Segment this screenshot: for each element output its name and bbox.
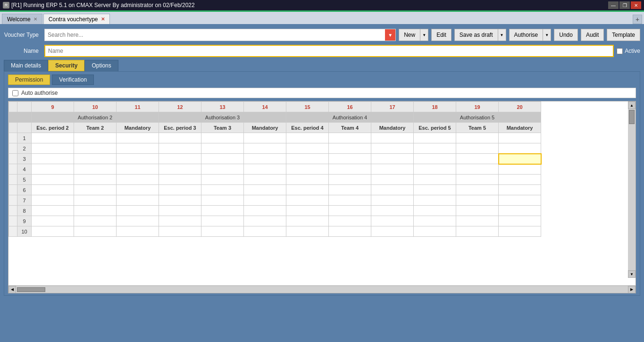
authorise-dropdown-arrow[interactable]: ▼	[543, 29, 551, 41]
data-cell[interactable]	[159, 216, 201, 226]
data-cell[interactable]	[371, 206, 414, 216]
data-cell[interactable]	[74, 133, 117, 143]
data-cell[interactable]	[201, 175, 244, 185]
save-draft-dropdown-arrow[interactable]: ▼	[498, 29, 506, 41]
data-cell[interactable]	[117, 226, 159, 237]
data-cell[interactable]	[414, 143, 456, 154]
data-cell[interactable]	[456, 216, 499, 226]
data-cell[interactable]	[499, 226, 541, 237]
tab-main-details[interactable]: Main details	[4, 60, 48, 71]
data-cell[interactable]	[414, 133, 456, 143]
tab-welcome-close[interactable]: ✕	[33, 17, 37, 22]
data-cell[interactable]	[159, 226, 201, 237]
data-cell[interactable]	[32, 175, 74, 185]
vscrollbar[interactable]: ▲ ▼	[628, 101, 636, 278]
hscroll-right-arrow[interactable]: ▶	[628, 286, 636, 293]
data-cell[interactable]	[32, 143, 74, 154]
auto-authorise-label[interactable]: Auto authorise	[21, 90, 58, 96]
data-cell[interactable]	[456, 133, 499, 143]
sub-tab-verification[interactable]: Verification	[52, 75, 94, 85]
data-cell[interactable]	[201, 226, 244, 237]
data-cell[interactable]	[159, 133, 201, 143]
data-cell[interactable]	[329, 185, 371, 195]
data-cell[interactable]	[117, 195, 159, 206]
data-cell[interactable]	[456, 206, 499, 216]
data-cell[interactable]	[244, 206, 286, 216]
data-cell[interactable]	[32, 195, 74, 206]
active-checkbox-label[interactable]: Active	[617, 48, 640, 54]
data-cell[interactable]	[499, 216, 541, 226]
data-cell[interactable]	[456, 175, 499, 185]
data-cell[interactable]	[456, 143, 499, 154]
data-cell[interactable]	[32, 206, 74, 216]
data-cell[interactable]	[74, 226, 117, 237]
data-cell[interactable]	[456, 154, 499, 164]
data-cell[interactable]	[499, 143, 541, 154]
data-cell[interactable]	[244, 216, 286, 226]
template-button[interactable]: Template	[607, 29, 640, 41]
data-cell[interactable]	[371, 164, 414, 175]
data-cell[interactable]	[74, 195, 117, 206]
data-cell[interactable]	[371, 216, 414, 226]
data-cell[interactable]	[499, 175, 541, 185]
data-cell[interactable]	[499, 185, 541, 195]
data-cell[interactable]	[74, 175, 117, 185]
save-as-draft-button[interactable]: Save as draft	[454, 29, 498, 41]
data-cell[interactable]	[286, 226, 329, 237]
data-cell[interactable]	[32, 226, 74, 237]
data-cell[interactable]	[499, 206, 541, 216]
data-cell[interactable]	[32, 133, 74, 143]
data-cell[interactable]	[286, 195, 329, 206]
data-cell[interactable]	[286, 216, 329, 226]
data-cell[interactable]	[159, 143, 201, 154]
minimize-button[interactable]: —	[608, 1, 619, 9]
data-cell[interactable]	[456, 195, 499, 206]
data-cell[interactable]	[499, 195, 541, 206]
vscroll-up-arrow[interactable]: ▲	[628, 101, 636, 109]
data-cell[interactable]	[201, 154, 244, 164]
data-cell[interactable]	[329, 175, 371, 185]
data-cell[interactable]	[117, 164, 159, 175]
data-cell[interactable]	[371, 195, 414, 206]
data-cell[interactable]	[286, 206, 329, 216]
auto-authorise-checkbox[interactable]	[12, 90, 18, 96]
data-cell[interactable]	[159, 185, 201, 195]
data-cell[interactable]	[456, 164, 499, 175]
data-cell[interactable]	[244, 185, 286, 195]
data-cell[interactable]	[201, 185, 244, 195]
data-cell[interactable]	[159, 175, 201, 185]
data-cell[interactable]	[117, 154, 159, 164]
data-cell[interactable]	[371, 175, 414, 185]
data-cell[interactable]	[414, 195, 456, 206]
data-cell[interactable]	[414, 185, 456, 195]
data-cell[interactable]	[414, 175, 456, 185]
data-cell[interactable]	[117, 175, 159, 185]
data-cell[interactable]	[244, 154, 286, 164]
data-cell[interactable]	[159, 154, 201, 164]
data-cell[interactable]	[414, 164, 456, 175]
data-cell[interactable]	[201, 143, 244, 154]
data-cell[interactable]	[371, 133, 414, 143]
data-cell[interactable]	[286, 154, 329, 164]
data-cell[interactable]	[32, 154, 74, 164]
data-cell[interactable]	[244, 175, 286, 185]
data-cell[interactable]	[456, 185, 499, 195]
tab-security[interactable]: Security	[48, 60, 84, 71]
data-cell[interactable]	[371, 185, 414, 195]
data-cell[interactable]	[456, 226, 499, 237]
data-cell[interactable]	[244, 164, 286, 175]
undo-button[interactable]: Undo	[554, 29, 578, 41]
data-cell[interactable]	[117, 133, 159, 143]
audit-button[interactable]: Audit	[581, 29, 604, 41]
data-cell[interactable]	[329, 143, 371, 154]
data-cell[interactable]	[74, 154, 117, 164]
authorise-button[interactable]: Authorise	[509, 29, 543, 41]
restore-button[interactable]: ❐	[619, 1, 630, 9]
data-cell[interactable]	[329, 154, 371, 164]
data-cell[interactable]	[117, 185, 159, 195]
tab-contra-close[interactable]: ✕	[101, 17, 105, 22]
vscroll-thumb[interactable]	[629, 110, 635, 124]
data-cell[interactable]	[74, 164, 117, 175]
active-checkbox[interactable]	[617, 48, 623, 54]
data-cell[interactable]	[74, 216, 117, 226]
